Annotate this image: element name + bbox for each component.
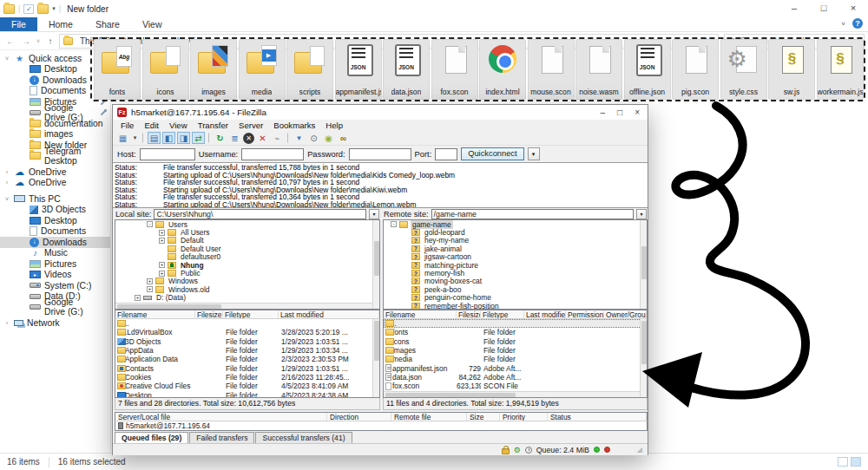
tree-expander-icon[interactable]: + [135,295,141,301]
file-row[interactable]: Application Data File folder 2/3/2023 2:… [115,355,379,363]
file-row-name[interactable]: .. [392,319,457,328]
local-tree-hscrollbar[interactable] [115,303,372,309]
ribbon-tab[interactable]: View [131,17,174,31]
tree-item[interactable]: + D: (Data) [115,294,379,302]
column-header[interactable]: Last modified [524,310,566,318]
quickconnect-dropdown-icon[interactable]: ▾ [528,147,540,160]
local-file-rows[interactable]: .. .Ld9VirtualBox File folder 3/28/2023 … [115,319,380,398]
file-row-name[interactable]: icons [392,337,457,346]
file-tile[interactable]: media [239,39,286,100]
reconnect-icon[interactable]: ⌁ [271,132,284,144]
sidebar-item[interactable]: System (C:) [0,280,110,291]
refresh-icon[interactable]: ↻ [214,132,227,144]
chevron-icon[interactable]: ˅ [3,55,10,62]
menu-item[interactable]: Transfer [194,121,233,130]
ribbon-tab[interactable]: Home [37,17,84,31]
filter-icon[interactable]: ▼ [293,132,306,144]
file-tile[interactable]: pig.scon [672,39,719,100]
menu-item[interactable]: Server [234,121,267,130]
forward-icon[interactable]: → [19,36,33,46]
fz-minimize-button[interactable]: – [601,108,606,117]
sidebar-item[interactable]: › Network [0,318,110,330]
tree-expander-icon[interactable]: + [159,262,165,268]
remote-tree[interactable]: - game-name gold-leopard hey-my-name [383,219,648,310]
file-row-name[interactable]: Cookies [125,373,195,382]
cancel-operation-icon[interactable]: ✕ [243,133,254,144]
sidebar-item[interactable]: Music [0,248,110,259]
toggle-message-log-icon[interactable]: ▤ [148,132,161,144]
tree-expander-icon[interactable] [403,271,409,277]
file-row[interactable]: .. [384,319,647,328]
tree-item[interactable]: gold-leopard [384,228,647,236]
tree-item[interactable]: + Windows [115,277,379,285]
process-queue-icon[interactable]: ≣ [228,132,241,144]
file-tile[interactable]: scripts [286,39,333,100]
queue-column-header[interactable]: Server/Local file [115,413,327,421]
tree-expander-icon[interactable]: + [159,271,165,277]
file-row[interactable]: Creative Cloud Files File folder 4/5/202… [115,382,379,390]
file-tile[interactable]: noise.wasm [575,39,622,100]
minimize-button[interactable]: – [779,0,809,17]
back-icon[interactable]: ← [3,36,17,46]
close-button[interactable]: × [838,0,868,17]
menu-item[interactable]: File [116,121,138,130]
queue-column-header[interactable]: Size [467,413,500,421]
column-header[interactable]: Filename [115,310,195,318]
ribbon-tab[interactable]: File [0,17,37,31]
tree-expander-icon[interactable] [403,286,409,292]
file-tile[interactable]: icons [142,39,189,100]
file-tile[interactable]: sw.js [768,39,815,100]
menu-item[interactable]: Help [321,121,347,130]
port-input[interactable] [435,148,457,160]
sidebar-item[interactable]: Google Drive (G:) [0,108,110,119]
tree-item[interactable]: moving-boxes-cat [384,277,647,285]
column-header[interactable]: Filesize [457,310,481,318]
sidebar-item[interactable]: Videos [0,270,110,281]
ribbon-collapse-icon[interactable]: ˅ [841,20,845,28]
local-tree-vscrollbar[interactable] [372,220,379,309]
maximize-button[interactable]: □ [809,0,838,17]
directory-compare-icon[interactable]: ⊙ [307,132,320,144]
file-row[interactable]: fonts File folder [384,328,647,336]
file-tile[interactable]: mouse.scon [528,39,575,100]
tree-item[interactable]: + Nhung [115,261,379,269]
fz-maximize-button[interactable]: □ [617,108,622,117]
file-row[interactable]: fox.scon 623,139 SCON File [384,382,647,390]
file-tile[interactable]: index.html [479,39,526,100]
properties-icon[interactable]: ✓ [23,4,34,14]
tree-item[interactable]: penguin-come-home [384,294,647,302]
tree-item[interactable]: memory-fish [384,269,647,277]
column-header[interactable]: Filename [384,310,457,318]
menu-item[interactable]: Edit [140,121,163,130]
tree-expander-icon[interactable]: + [147,286,153,292]
column-header[interactable]: Permissions [566,310,604,318]
tree-expander-icon[interactable]: + [159,230,165,236]
sidebar-item[interactable]: Downloads [0,237,110,248]
toggle-transfer-queue-icon[interactable]: ⇄ [192,132,205,144]
site-manager-icon[interactable]: ▦ [116,132,129,144]
file-row[interactable]: data.json 84,262 Adobe Aft... [384,373,647,382]
chevron-icon[interactable]: › [3,180,10,186]
ribbon-tab[interactable]: Share [84,17,131,31]
tree-item[interactable]: + Public [115,269,379,277]
sidebar-item[interactable]: images [0,129,110,140]
file-tile[interactable]: fonts [94,39,141,100]
file-row[interactable]: images File folder [384,346,647,355]
file-row-name[interactable]: media [392,355,457,363]
quickconnect-button[interactable]: Quickconnect [461,147,523,160]
file-tile[interactable]: workermain.js [817,39,864,100]
file-row[interactable]: Contacts File folder 1/29/2023 1:03:51 .… [115,363,379,372]
sidebar-item[interactable]: Google Drive (G:) [0,302,110,313]
tree-expander-icon[interactable] [403,238,409,244]
tree-expander-icon[interactable] [403,303,409,309]
file-tile[interactable]: style.css [720,39,767,100]
qat-customize-icon[interactable]: ▾ [52,5,56,12]
chevron-icon[interactable]: ˅ [3,196,10,202]
file-row[interactable]: Cookies File folder 2/16/2023 11:28:45..… [115,373,379,382]
tree-expander-icon[interactable] [159,254,165,260]
resize-grip[interactable]: ◢ [637,446,642,454]
help-icon[interactable]: ? [852,18,863,29]
toggle-local-tree-icon[interactable]: ◧ [162,132,175,144]
file-row-name[interactable]: Desktop [125,391,195,398]
local-list-vscrollbar[interactable] [372,319,379,397]
